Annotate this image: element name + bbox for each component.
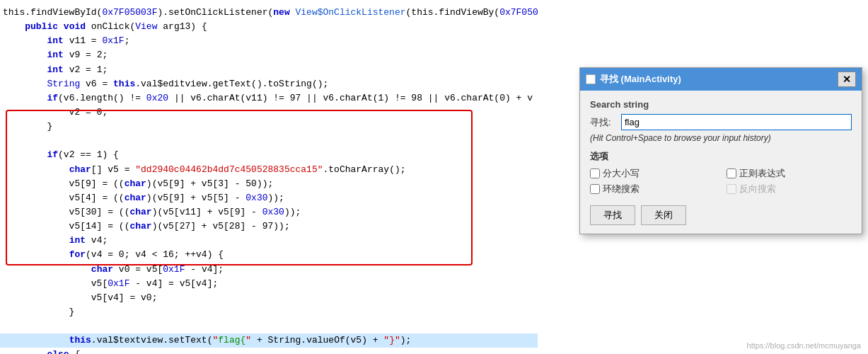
code-line-selected: this.val$textview.setText("flag{" + Stri…: [0, 333, 538, 348]
checkbox-wrap[interactable]: [590, 184, 600, 194]
code-line: [0, 134, 538, 148]
options-title: 选项: [590, 150, 852, 163]
code-line: }: [0, 305, 538, 319]
close-dialog-button[interactable]: 关闭: [641, 205, 686, 225]
code-line: v2 = 0;: [0, 105, 538, 120]
option-case-sensitive: 分大小写: [590, 167, 715, 180]
code-line: v5[30] = ((char)(v5[v11] + v5[9] - 0x30)…: [0, 205, 538, 219]
code-line: char v0 = v5[0x1F - v4];: [0, 263, 538, 277]
footer-link: https://blog.csdn.net/mcmuyanga: [747, 341, 861, 350]
checkbox-regex[interactable]: [727, 169, 736, 178]
option-wrap-label: 环绕搜索: [603, 183, 640, 195]
dialog-icon: [586, 74, 596, 84]
code-line: else {: [0, 348, 538, 354]
options-grid: 分大小写 正则表达式 环绕搜索 反向搜索: [590, 167, 852, 195]
close-button[interactable]: ✕: [838, 72, 856, 87]
find-button[interactable]: 寻找: [590, 205, 635, 225]
search-input[interactable]: [621, 114, 852, 130]
find-dialog: 寻找 (MainActivity) ✕ Search string 寻找: (H…: [579, 67, 862, 234]
code-line: for(v4 = 0; v4 < 16; ++v4) {: [0, 248, 538, 262]
section-search-title: Search string: [590, 99, 852, 110]
code-line: if(v6.length() != 0x20 || v6.charAt(v11)…: [0, 91, 538, 105]
titlebar-left: 寻找 (MainActivity): [586, 73, 681, 86]
checkbox-case[interactable]: [590, 169, 600, 178]
code-editor: this.findViewById(0x7F05003F).setOnClick…: [0, 0, 538, 354]
csdn-link[interactable]: https://blog.csdn.net/mcmuyanga: [747, 341, 861, 350]
dialog-body: Search string 寻找: (Hit Control+Space to …: [580, 91, 862, 234]
option-reverse-label: 反向搜索: [739, 183, 776, 195]
search-label: 寻找:: [590, 116, 615, 129]
checkbox-reverse[interactable]: [727, 184, 736, 194]
option-regex: 正则表达式: [727, 167, 852, 180]
code-line: if(v2 == 1) {: [0, 148, 538, 162]
code-line: v5[0x1F - v4] = v5[v4];: [0, 277, 538, 291]
code-line: char[] v5 = "dd2940c04462b4dd7c450528835…: [0, 163, 538, 177]
code-line: int v2 = 1;: [0, 63, 538, 77]
option-regex-label: 正则表达式: [739, 167, 785, 180]
code-line: }: [0, 120, 538, 134]
code-line: v5[14] = ((char)(v5[27] + v5[28] - 97));: [0, 219, 538, 234]
dialog-buttons: 寻找 关闭: [590, 205, 852, 225]
code-line: int v9 = 2;: [0, 48, 538, 62]
code-line: v5[4] = ((char)(v5[9] + v5[5] - 0x30));: [0, 191, 538, 205]
dialog-title: 寻找 (MainActivity): [600, 73, 681, 86]
option-case-label: 分大小写: [603, 167, 640, 180]
search-hint: (Hit Control+Space to browse your input …: [590, 133, 852, 143]
code-line: v5[9] = ((char)(v5[9] + v5[3] - 50));: [0, 177, 538, 191]
search-row: 寻找:: [590, 114, 852, 130]
code-line: [0, 319, 538, 333]
code-line: int v11 = 0x1F;: [0, 34, 538, 48]
code-line: int v4;: [0, 234, 538, 248]
code-line: public void onClick(View arg13) {: [0, 20, 538, 34]
code-line: v5[v4] = v0;: [0, 291, 538, 305]
code-line: this.findViewById(0x7F05003F).setOnClick…: [0, 6, 538, 20]
dialog-titlebar: 寻找 (MainActivity) ✕: [580, 68, 862, 91]
option-reverse: 反向搜索: [727, 183, 852, 195]
code-line: String v6 = this.val$editview.getText().…: [0, 77, 538, 91]
option-wrap: 环绕搜索: [590, 183, 715, 195]
